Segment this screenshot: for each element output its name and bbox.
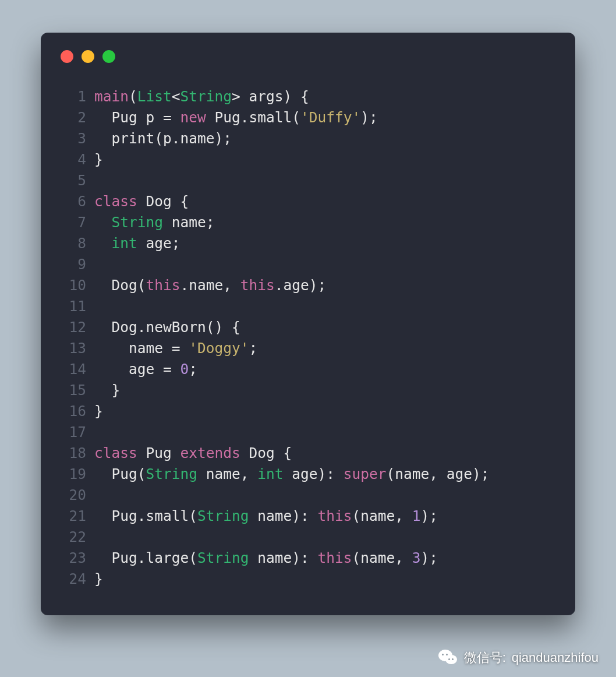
code-line: 5 <box>58 170 558 191</box>
line-number: 18 <box>58 443 86 464</box>
code-line: 9 <box>58 254 558 275</box>
code-line: 13 name = 'Doggy'; <box>58 338 558 359</box>
token: ( <box>129 88 137 105</box>
watermark-label: 微信号: <box>464 649 506 667</box>
token: Pug( <box>94 466 146 482</box>
token: ; <box>249 340 258 357</box>
token: .name, <box>180 277 240 294</box>
line-content: class Dog { <box>94 191 189 212</box>
token <box>94 214 112 231</box>
line-number: 1 <box>58 86 86 107</box>
line-number: 3 <box>58 128 86 149</box>
code-line: 16} <box>58 401 558 422</box>
line-content: Pug.large(String name): this(name, 3); <box>94 548 438 569</box>
line-number: 13 <box>58 338 86 359</box>
token: List <box>137 88 172 105</box>
code-line: 4} <box>58 149 558 170</box>
line-content: age = 0; <box>94 359 197 380</box>
code-window: 1main(List<String> args) {2 Pug p = new … <box>41 33 575 615</box>
code-line: 18class Pug extends Dog { <box>58 443 558 464</box>
token: String <box>197 549 249 566</box>
token: class <box>94 193 137 210</box>
line-content: Pug p = new Pug.small('Duffy'); <box>94 107 378 128</box>
code-line: 23 Pug.large(String name): this(name, 3)… <box>58 548 558 569</box>
token: ); <box>421 549 438 566</box>
token: Pug <box>137 445 180 461</box>
token: age): <box>284 466 344 482</box>
line-number: 12 <box>58 317 86 338</box>
token: .age); <box>275 277 327 294</box>
token: this <box>240 277 275 294</box>
line-content: print(p.name); <box>94 128 232 149</box>
line-number: 10 <box>58 275 86 296</box>
watermark: 微信号: qianduanzhifou <box>438 649 599 667</box>
line-number: 7 <box>58 212 86 233</box>
window-controls <box>61 50 558 63</box>
code-line: 12 Dog.newBorn() { <box>58 317 558 338</box>
token: 1 <box>412 507 421 524</box>
code-line: 17 <box>58 422 558 443</box>
line-content: Pug(String name, int age): super(name, a… <box>94 464 490 485</box>
line-number: 9 <box>58 254 86 275</box>
line-content: Dog.newBorn() { <box>94 317 240 338</box>
line-number: 11 <box>58 296 86 317</box>
watermark-handle: qianduanzhifou <box>512 650 599 665</box>
close-icon[interactable] <box>61 50 73 63</box>
token: extends <box>180 445 240 461</box>
token: String <box>197 507 249 524</box>
token: this <box>318 507 352 524</box>
code-line: 11 <box>58 296 558 317</box>
code-block: 1main(List<String> args) {2 Pug p = new … <box>58 86 558 590</box>
token: 'Duffy' <box>300 109 360 126</box>
line-number: 15 <box>58 380 86 401</box>
line-content: class Pug extends Dog { <box>94 443 292 464</box>
token: Pug.small( <box>206 109 300 126</box>
line-number: 24 <box>58 569 86 590</box>
token: (name, <box>352 549 412 566</box>
code-line: 7 String name; <box>58 212 558 233</box>
line-content: } <box>94 149 103 170</box>
token: } <box>94 570 103 587</box>
code-line: 22 <box>58 527 558 548</box>
token: ); <box>360 109 378 126</box>
token: 0 <box>180 361 189 378</box>
token: Dog( <box>94 277 146 294</box>
line-number: 23 <box>58 548 86 569</box>
code-line: 2 Pug p = new Pug.small('Duffy'); <box>58 107 558 128</box>
token: Pug p = <box>94 109 180 126</box>
token: age; <box>137 235 180 252</box>
token: } <box>94 403 103 419</box>
token: class <box>94 445 137 461</box>
token: int <box>112 235 137 252</box>
token: this <box>318 549 352 566</box>
code-line: 1main(List<String> args) { <box>58 86 558 107</box>
token: (name, <box>352 507 412 524</box>
token: name; <box>163 214 215 231</box>
wechat-icon <box>438 650 458 666</box>
line-content: } <box>94 401 103 422</box>
token: < <box>172 88 180 105</box>
token: ); <box>421 507 438 524</box>
token: String <box>180 88 232 105</box>
code-line: 14 age = 0; <box>58 359 558 380</box>
token: Pug.large( <box>94 549 197 566</box>
line-number: 8 <box>58 233 86 254</box>
token: Pug.small( <box>94 507 197 524</box>
minimize-icon[interactable] <box>82 50 94 63</box>
token: Dog { <box>240 445 292 461</box>
code-line: 20 <box>58 485 558 506</box>
token: Dog { <box>137 193 189 210</box>
line-content: main(List<String> args) { <box>94 86 309 107</box>
token: String <box>146 466 198 482</box>
line-content: int age; <box>94 233 180 254</box>
line-content: name = 'Doggy'; <box>94 338 257 359</box>
token: age = <box>94 361 180 378</box>
line-number: 5 <box>58 170 86 191</box>
token: new <box>180 109 206 126</box>
zoom-icon[interactable] <box>102 50 115 63</box>
line-content: } <box>94 569 103 590</box>
line-number: 14 <box>58 359 86 380</box>
token: name = <box>94 340 189 357</box>
code-line: 15 } <box>58 380 558 401</box>
line-content: String name; <box>94 212 215 233</box>
